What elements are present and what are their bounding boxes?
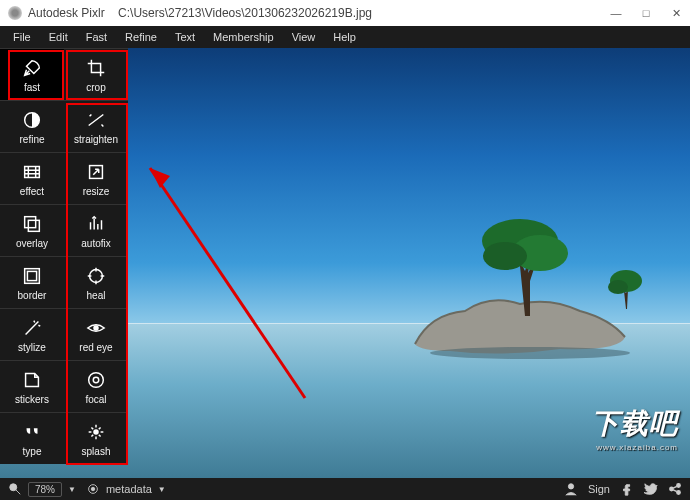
file-path: C:\Users\27213\Videos\201306232026219B.j…	[118, 6, 372, 20]
menu-membership[interactable]: Membership	[206, 28, 281, 46]
tool-stylize[interactable]: stylize	[0, 308, 64, 360]
zoom-control[interactable]: 78% ▼	[8, 482, 76, 497]
rocket-icon	[21, 57, 43, 79]
tool-heal[interactable]: heal	[64, 256, 128, 308]
metadata-toggle[interactable]: metadata ▼	[86, 482, 166, 496]
chevron-down-icon[interactable]: ▼	[158, 485, 166, 494]
svg-point-15	[89, 372, 104, 387]
resize-icon	[85, 161, 107, 183]
tool-column-fast: crop straighten resize autofix heal red …	[64, 48, 128, 464]
frame-icon	[21, 265, 43, 287]
tool-refine[interactable]: refine	[0, 100, 64, 152]
tool-border[interactable]: border	[0, 256, 64, 308]
svg-point-26	[677, 491, 681, 495]
sign-in-link[interactable]: Sign	[588, 483, 610, 495]
svg-point-5	[608, 280, 628, 294]
svg-rect-9	[28, 220, 39, 231]
svg-point-22	[91, 487, 95, 491]
target-icon	[85, 265, 107, 287]
wand-icon	[21, 317, 43, 339]
tool-focal[interactable]: focal	[64, 360, 128, 412]
window-title: Autodesk Pixlr C:\Users\27213\Videos\201…	[28, 6, 610, 20]
tool-autofix[interactable]: autofix	[64, 204, 128, 256]
menu-help[interactable]: Help	[326, 28, 363, 46]
svg-point-17	[93, 429, 99, 435]
splash-icon	[85, 421, 107, 443]
sticker-icon	[21, 369, 43, 391]
zoom-value[interactable]: 78%	[28, 482, 62, 497]
tool-label: refine	[19, 134, 44, 145]
menubar: File Edit Fast Refine Text Membership Vi…	[0, 26, 690, 48]
svg-point-13	[90, 269, 103, 282]
menu-refine[interactable]: Refine	[118, 28, 164, 46]
chevron-down-icon[interactable]: ▼	[68, 485, 76, 494]
tool-effect[interactable]: effect	[0, 152, 64, 204]
app-icon	[8, 6, 22, 20]
svg-point-24	[670, 487, 674, 491]
app-name: Autodesk Pixlr	[28, 6, 105, 20]
minimize-button[interactable]: —	[610, 7, 622, 20]
tool-stickers[interactable]: stickers	[0, 360, 64, 412]
facebook-icon[interactable]	[620, 482, 634, 496]
tool-label: autofix	[81, 238, 110, 249]
straighten-icon	[85, 109, 107, 131]
menu-file[interactable]: File	[6, 28, 38, 46]
svg-rect-11	[27, 271, 36, 280]
close-button[interactable]: ✕	[670, 7, 682, 20]
info-icon	[86, 482, 100, 496]
menu-view[interactable]: View	[285, 28, 323, 46]
tool-label: splash	[82, 446, 111, 457]
tool-label: resize	[83, 186, 110, 197]
svg-point-0	[430, 347, 630, 359]
tree-small	[602, 263, 650, 311]
tool-fast[interactable]: fast	[0, 48, 64, 100]
tool-label: border	[18, 290, 47, 301]
tool-straighten[interactable]: straighten	[64, 100, 128, 152]
titlebar: Autodesk Pixlr C:\Users\27213\Videos\201…	[0, 0, 690, 26]
eye-icon	[85, 317, 107, 339]
menu-text[interactable]: Text	[168, 28, 202, 46]
metadata-label: metadata	[106, 483, 152, 495]
menu-fast[interactable]: Fast	[79, 28, 114, 46]
maximize-button[interactable]: □	[640, 7, 652, 20]
tool-overlay[interactable]: overlay	[0, 204, 64, 256]
tool-label: fast	[24, 82, 40, 93]
tool-type[interactable]: type	[0, 412, 64, 464]
window-controls: — □ ✕	[610, 7, 682, 20]
crop-icon	[85, 57, 107, 79]
tool-label: effect	[20, 186, 44, 197]
tool-resize[interactable]: resize	[64, 152, 128, 204]
quote-icon	[21, 421, 43, 443]
tool-splash[interactable]: splash	[64, 412, 128, 464]
tool-label: straighten	[74, 134, 118, 145]
tool-label: stickers	[15, 394, 49, 405]
tree-main	[470, 211, 580, 321]
tool-label: overlay	[16, 238, 48, 249]
twitter-icon[interactable]	[644, 482, 658, 496]
film-icon	[21, 161, 43, 183]
svg-point-20	[10, 484, 17, 491]
menu-edit[interactable]: Edit	[42, 28, 75, 46]
tool-label: crop	[86, 82, 105, 93]
svg-point-3	[483, 242, 527, 270]
focal-icon	[85, 369, 107, 391]
tool-label: type	[23, 446, 42, 457]
svg-point-25	[677, 484, 681, 488]
svg-point-23	[568, 484, 573, 489]
share-icon[interactable]	[668, 482, 682, 496]
svg-point-16	[93, 377, 99, 383]
tool-redeye[interactable]: red eye	[64, 308, 128, 360]
tool-column-main: fast refine effect overlay border styliz…	[0, 48, 64, 464]
autofix-icon	[85, 213, 107, 235]
svg-rect-8	[25, 216, 36, 227]
tool-crop[interactable]: crop	[64, 48, 128, 100]
user-icon[interactable]	[564, 482, 578, 496]
tool-label: stylize	[18, 342, 46, 353]
tool-label: red eye	[79, 342, 112, 353]
layers-icon	[21, 213, 43, 235]
search-icon	[8, 482, 22, 496]
svg-point-14	[93, 325, 99, 331]
tool-label: heal	[87, 290, 106, 301]
contrast-icon	[21, 109, 43, 131]
statusbar: 78% ▼ metadata ▼ Sign	[0, 478, 690, 500]
